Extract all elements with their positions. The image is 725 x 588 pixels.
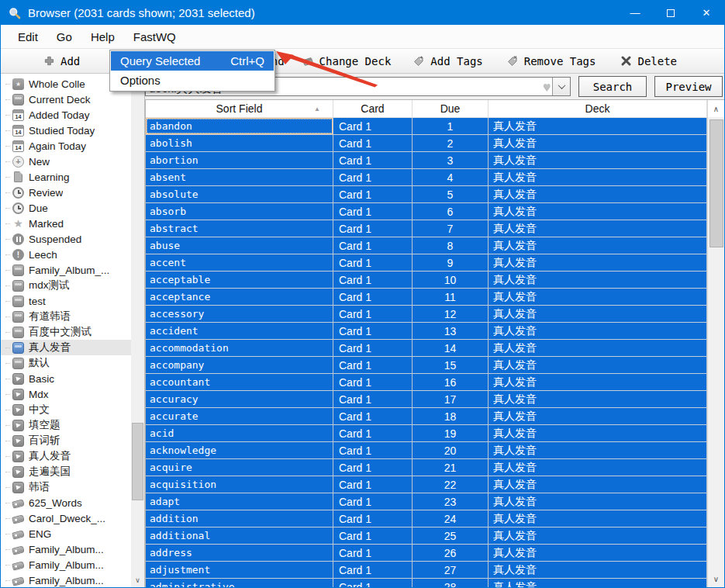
sidebar-item[interactable]: Marked bbox=[1, 216, 131, 231]
sidebar-item[interactable]: 走遍美国 bbox=[1, 464, 131, 479]
table-row[interactable]: abandon Card 1 1 真人发音 bbox=[146, 118, 707, 135]
sidebar-item[interactable]: mdx测试 bbox=[1, 278, 131, 293]
sidebar-item[interactable]: 中文 bbox=[1, 402, 131, 417]
sidebar-item[interactable]: Family_Album... bbox=[1, 557, 131, 572]
header-due[interactable]: Due bbox=[413, 100, 489, 117]
sidebar-item[interactable]: Carol_Dweck_... bbox=[1, 510, 131, 526]
table-row[interactable]: acknowledge Card 1 20 真人发音 bbox=[146, 442, 707, 459]
sidebar-item[interactable]: 百词斩 bbox=[1, 433, 131, 448]
table-row[interactable]: addition Card 1 24 真人发音 bbox=[146, 510, 707, 527]
change-deck-button[interactable]: Change Deck bbox=[302, 55, 392, 67]
sidebar-item[interactable]: 韩语 bbox=[1, 479, 131, 495]
table-row[interactable]: acid Card 1 19 真人发音 bbox=[146, 425, 707, 442]
sidebar-item[interactable]: 填空题 bbox=[1, 417, 131, 433]
sidebar-item[interactable]: Due bbox=[1, 200, 131, 216]
sidebar-item[interactable]: 默认 bbox=[1, 355, 131, 371]
menu-help[interactable]: Help bbox=[81, 25, 124, 48]
header-deck[interactable]: Deck bbox=[489, 100, 707, 117]
cell-sort-field: accommodation bbox=[146, 340, 333, 356]
table-scrollbar-thumb[interactable] bbox=[709, 119, 723, 247]
sidebar-item[interactable]: Mdx bbox=[1, 386, 131, 402]
table-row[interactable]: abstract Card 1 7 真人发音 bbox=[146, 220, 707, 237]
remove-tags-button[interactable]: Remove Tags bbox=[506, 55, 596, 67]
sidebar-item[interactable]: Basic bbox=[1, 371, 131, 386]
table-scroll-down-icon[interactable]: ∨ bbox=[708, 570, 724, 587]
cell-deck: 真人发音 bbox=[489, 135, 707, 151]
menu-item-query-selected[interactable]: Query Selected Ctrl+Q bbox=[111, 51, 274, 71]
menu-edit[interactable]: Edit bbox=[9, 25, 47, 48]
delete-button[interactable]: Delete bbox=[620, 55, 677, 67]
sidebar-item[interactable]: Family_Album_... bbox=[1, 262, 131, 278]
sidebar-item-icon bbox=[12, 311, 24, 323]
sidebar-item[interactable]: 625_Words bbox=[1, 495, 131, 510]
table-scrollbar[interactable]: ∧ ∨ bbox=[707, 100, 724, 587]
sidebar-item[interactable]: Added Today bbox=[1, 107, 131, 123]
table-row[interactable]: absorb Card 1 6 真人发音 bbox=[146, 203, 707, 220]
table-row[interactable]: address Card 1 26 真人发音 bbox=[146, 545, 707, 562]
table-row[interactable]: abortion Card 1 3 真人发音 bbox=[146, 152, 707, 169]
sidebar-item[interactable]: Studied Today bbox=[1, 123, 131, 138]
sidebar-item[interactable]: 真人发音 bbox=[1, 448, 131, 464]
table-row[interactable]: absolute Card 1 5 真人发音 bbox=[146, 186, 707, 203]
close-button[interactable]: ✕ bbox=[689, 1, 724, 25]
table-row[interactable]: adjustment Card 1 27 真人发音 bbox=[146, 562, 707, 579]
table-row[interactable]: abolish Card 1 2 真人发音 bbox=[146, 135, 707, 152]
sidebar-item[interactable]: 真人发音 bbox=[1, 340, 131, 355]
add-button[interactable]: Add bbox=[43, 55, 80, 67]
table-row[interactable]: accent Card 1 9 真人发音 bbox=[146, 254, 707, 272]
sidebar-item[interactable]: test bbox=[1, 293, 131, 309]
header-card[interactable]: Card bbox=[333, 100, 413, 117]
table-row[interactable]: administrative Card 1 28 真人发音 bbox=[146, 579, 707, 587]
sidebar-scrollbar-thumb[interactable] bbox=[132, 423, 143, 500]
sidebar-item[interactable]: Learning bbox=[1, 169, 131, 185]
sidebar-item[interactable]: Family_Album... bbox=[1, 541, 131, 557]
table-row[interactable]: acceptance Card 1 11 真人发音 bbox=[146, 289, 707, 306]
sidebar-item[interactable]: Suspended bbox=[1, 231, 131, 247]
table-row[interactable]: acquisition Card 1 22 真人发音 bbox=[146, 476, 707, 493]
search-button[interactable]: Search bbox=[578, 76, 647, 97]
sidebar-scrollbar[interactable]: ∧ ∨ bbox=[131, 74, 144, 587]
cell-deck: 真人发音 bbox=[489, 169, 707, 185]
table-row[interactable]: accuracy Card 1 17 真人发音 bbox=[146, 391, 707, 408]
table-row[interactable]: acceptable Card 1 10 真人发音 bbox=[146, 272, 707, 289]
table-row[interactable]: adapt Card 1 23 真人发音 bbox=[146, 493, 707, 510]
sidebar-item[interactable]: 有道韩语 bbox=[1, 309, 131, 324]
table-row[interactable]: additional Card 1 25 真人发音 bbox=[146, 527, 707, 545]
search-history-dropdown[interactable] bbox=[552, 78, 570, 95]
sidebar-item[interactable]: Again Today bbox=[1, 138, 131, 154]
cell-sort-field: abortion bbox=[146, 152, 333, 168]
table-row[interactable]: accountant Card 1 16 真人发音 bbox=[146, 374, 707, 391]
sidebar-item[interactable]: Leech bbox=[1, 247, 131, 262]
minimize-button[interactable]: — bbox=[617, 1, 653, 25]
cell-deck: 真人发音 bbox=[489, 493, 707, 510]
table-row[interactable]: absent Card 1 4 真人发音 bbox=[146, 169, 707, 186]
favorites-heart-icon[interactable]: ♥ bbox=[544, 80, 551, 94]
table-row[interactable]: abuse Card 1 8 真人发音 bbox=[146, 237, 707, 254]
sidebar-item[interactable]: Current Deck bbox=[1, 92, 131, 107]
table-row[interactable]: accompany Card 1 15 真人发音 bbox=[146, 357, 707, 374]
menu-fastwq[interactable]: FastWQ bbox=[124, 25, 185, 48]
table-row[interactable]: accessory Card 1 12 真人发音 bbox=[146, 306, 707, 323]
add-tags-button[interactable]: Add Tags bbox=[413, 55, 482, 67]
sidebar-item-label: Mdx bbox=[29, 389, 49, 400]
cell-card: Card 1 bbox=[333, 545, 413, 561]
preview-button[interactable]: Preview bbox=[654, 76, 723, 97]
cell-sort-field: accountant bbox=[146, 374, 333, 390]
card-table: Sort Field ▲ Card Due Deck abandon Card … bbox=[145, 99, 724, 587]
sidebar-item[interactable]: Review bbox=[1, 185, 131, 200]
table-row[interactable]: accident Card 1 13 真人发音 bbox=[146, 323, 707, 340]
sidebar-scroll-down-icon[interactable]: ∨ bbox=[131, 574, 144, 586]
header-sort-field[interactable]: Sort Field ▲ bbox=[146, 100, 333, 117]
sidebar-item[interactable]: ENG bbox=[1, 526, 131, 541]
table-scroll-up-icon[interactable]: ∧ bbox=[708, 100, 724, 117]
maximize-button[interactable] bbox=[653, 1, 689, 25]
menu-item-options[interactable]: Options bbox=[111, 71, 274, 90]
sidebar-item[interactable]: 百度中文测试 bbox=[1, 324, 131, 340]
table-row[interactable]: accurate Card 1 18 真人发音 bbox=[146, 408, 707, 425]
table-row[interactable]: accommodation Card 1 14 真人发音 bbox=[146, 340, 707, 357]
table-row[interactable]: acquire Card 1 21 真人发音 bbox=[146, 459, 707, 476]
menu-go[interactable]: Go bbox=[47, 25, 81, 48]
cell-sort-field: abuse bbox=[146, 237, 333, 254]
sidebar-item[interactable]: New bbox=[1, 154, 131, 169]
sidebar-item[interactable]: Family_Album... bbox=[1, 572, 131, 587]
